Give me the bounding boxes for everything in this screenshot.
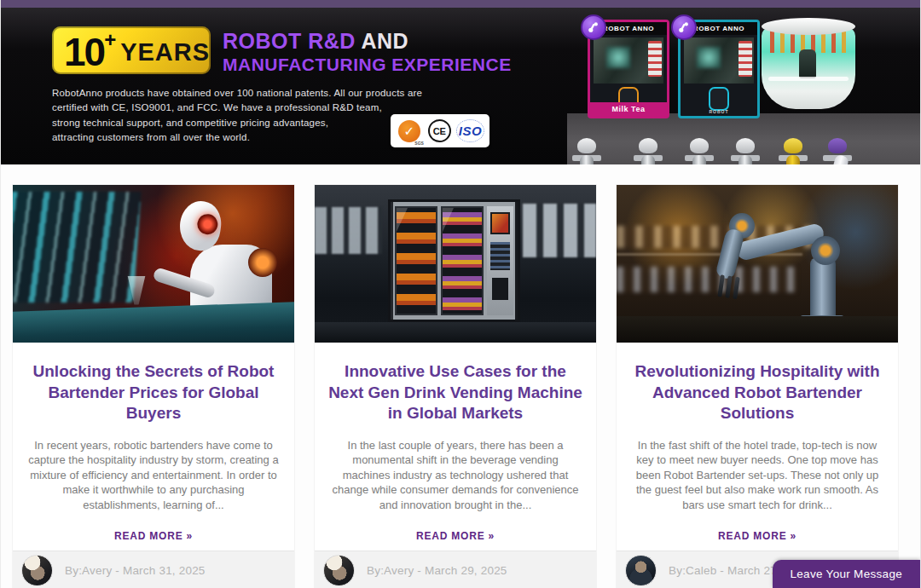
leave-message-button[interactable]: Leave Your Message (773, 560, 921, 588)
kiosk-screen-content (606, 47, 630, 68)
blog-card: Revolutionizing Hospitality with Advance… (617, 185, 898, 588)
arm-column (641, 155, 655, 164)
station-counter-ring (768, 77, 849, 81)
kiosk-robot-label: ROBOT (681, 109, 757, 114)
card-meta-footer: By:Avery - March 31, 2025 (13, 551, 294, 588)
robot-eye-decor (196, 212, 219, 235)
vending-door-decor (395, 206, 437, 315)
article-excerpt: In recent years, robotic bartenders have… (26, 438, 281, 513)
robot-arm-white (634, 140, 663, 161)
sgs-label: SGS (414, 141, 424, 146)
vending-door-decor (441, 206, 484, 315)
article-title-link[interactable]: Unlocking the Secrets of Robot Bartender… (26, 361, 281, 424)
card-body: Innovative Use Cases for the Next Gen Dr… (315, 343, 596, 543)
ce-certification-icon: CE (428, 119, 451, 142)
kiosk-menu-panel (739, 41, 752, 77)
station-canopy (762, 18, 855, 35)
years-label: YEARS (120, 40, 210, 65)
arm-head (736, 138, 755, 153)
vending-machine-decor (388, 199, 520, 322)
banner-heading-line1: ROBOT R&D AND (223, 30, 512, 54)
author-avatar (21, 555, 53, 586)
banner-heading-row: 10+ YEARS ROBOT R&D AND MANUFACTURING EX… (52, 26, 530, 76)
vending-slot-decor (492, 278, 509, 300)
blog-card: Innovative Use Cases for the Next Gen Dr… (315, 185, 596, 588)
robot-arm-white (572, 140, 601, 161)
kiosk-menu-panel (648, 41, 662, 77)
article-byline: By:Avery - March 31, 2025 (65, 564, 206, 577)
arm-head (784, 138, 802, 153)
article-thumbnail-vending-machine[interactable] (315, 185, 596, 343)
warehouse-windows-decor (315, 207, 382, 255)
milk-tea-robot-kiosk: ROBOT ANNO Milk Tea (588, 20, 669, 118)
arm-head (577, 138, 596, 153)
description-line: RobotAnno products have obtained over 10… (52, 86, 530, 101)
arm-column (739, 155, 752, 164)
arm-column (786, 155, 800, 164)
article-thumbnail-robot-arm[interactable] (617, 185, 898, 343)
read-more-link[interactable]: READ MORE » (718, 530, 796, 542)
arm-column (692, 155, 706, 164)
robot-arm-white (685, 140, 714, 161)
kiosk-screen (684, 37, 754, 84)
arm-head (690, 138, 709, 153)
robot-gripper-decor (718, 275, 743, 300)
robot-arm-yellow (779, 140, 808, 161)
article-title-link[interactable]: Revolutionizing Hospitality with Advance… (630, 361, 884, 424)
arm-head (828, 138, 847, 153)
heading-and: AND (356, 29, 408, 53)
experience-banner: 10+ YEARS ROBOT R&D AND MANUFACTURING EX… (1, 8, 920, 164)
arm-head (639, 138, 657, 153)
robot-products-illustration: ROBOT ANNO Milk Tea ROBOT ANNO ROBOT (567, 8, 920, 164)
article-thumbnail-robot-bartender[interactable] (13, 185, 294, 343)
bar-counter-decor (617, 316, 898, 343)
station-body (762, 27, 855, 109)
article-byline: By:Avery - March 29, 2025 (367, 564, 507, 577)
heading-robot-rd: ROBOT R&D (223, 29, 356, 53)
sgs-certification-icon: ✓SGS (398, 120, 420, 142)
kiosk-pickup-window (709, 87, 729, 111)
robot-shoulder-decor (248, 248, 277, 277)
page: 10+ YEARS ROBOT R&D AND MANUFACTURING EX… (0, 0, 921, 588)
warehouse-windows-decor (523, 204, 596, 257)
blog-card: Unlocking the Secrets of Robot Bartender… (13, 185, 294, 588)
vending-panel-decor (487, 206, 513, 315)
vending-keypad-decor (490, 242, 510, 270)
round-bartender-station (762, 18, 855, 110)
robot-arm-purple (823, 140, 852, 161)
kiosk-screen (594, 37, 663, 84)
kiosk-screen-content (697, 47, 721, 68)
author-avatar (323, 555, 355, 586)
robot-arm-white (731, 140, 760, 161)
vending-screen-decor (490, 212, 510, 234)
years-badge: 10+ YEARS (52, 26, 211, 74)
read-more-link[interactable]: READ MORE » (416, 530, 495, 542)
article-excerpt: In the last couple of years, there has b… (328, 438, 582, 513)
arm-column (580, 155, 594, 164)
robotanno-logo-icon (671, 14, 697, 40)
author-avatar (625, 555, 657, 586)
iso-certification-icon: ISO (459, 124, 482, 138)
bar-counter-decor (13, 302, 294, 343)
top-accent-bar (1, 0, 920, 8)
article-excerpt: In the fast shift of the hotel trade, to… (630, 438, 884, 513)
robot-arm-glyph (587, 20, 600, 34)
floor-decor (315, 322, 596, 343)
robot-base-column-decor (810, 257, 836, 320)
robot-shoulder-joint-decor (811, 236, 840, 265)
card-body: Revolutionizing Hospitality with Advance… (617, 343, 898, 543)
banner-heading-line2: MANUFACTURING EXPERIENCE (223, 54, 512, 76)
robotanno-logo-icon (581, 14, 606, 40)
read-more-link[interactable]: READ MORE » (114, 530, 193, 542)
check-icon: ✓ (404, 124, 415, 139)
bar-bottles-decor (13, 192, 141, 303)
blog-cards-row: Unlocking the Secrets of Robot Bartender… (1, 164, 920, 588)
article-title-link[interactable]: Innovative Use Cases for the Next Gen Dr… (328, 361, 582, 424)
certification-badges: ✓SGS CE ISO (391, 114, 489, 147)
milk-tea-label: Milk Tea (590, 102, 667, 116)
years-plus: + (104, 30, 116, 50)
robot-arm-glyph (677, 20, 691, 34)
card-body: Unlocking the Secrets of Robot Bartender… (13, 343, 294, 543)
card-meta-footer: By:Avery - March 29, 2025 (315, 551, 596, 588)
bar-shelf-decor (617, 267, 796, 292)
